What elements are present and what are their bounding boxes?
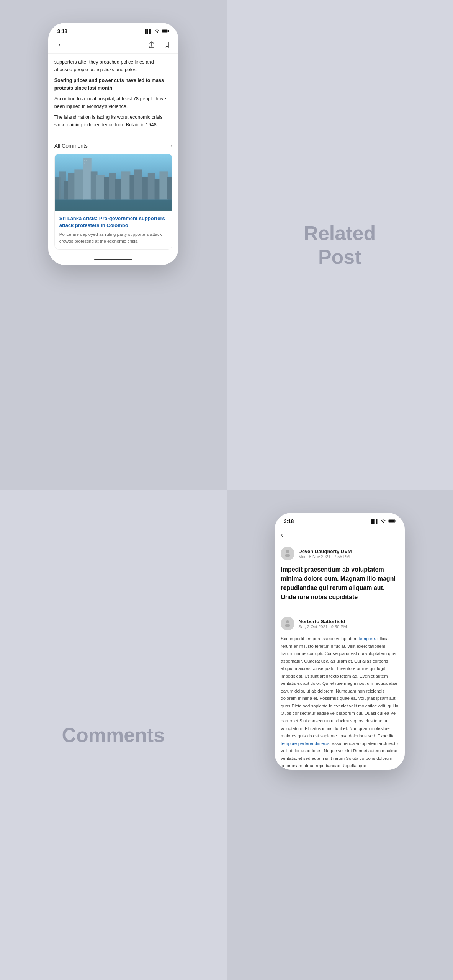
avatar-icon-1 — [283, 549, 292, 559]
article-para-4: The island nation is facing its worst ec… — [54, 113, 172, 129]
comment-author-1: Deven Daugherty DVM Mon, 8 Nov 2021 · 7:… — [275, 544, 405, 565]
time: 3:18 — [57, 28, 67, 34]
wifi-icon-2 — [381, 519, 386, 524]
svg-rect-13 — [96, 175, 105, 199]
comment-nav-bar: ‹ — [275, 526, 405, 544]
all-comments-label: All Comments — [54, 143, 88, 149]
svg-rect-21 — [148, 173, 155, 199]
avatar-icon-2 — [283, 619, 292, 629]
svg-rect-1 — [168, 30, 169, 32]
article-para-1: supporters after they breached police li… — [54, 58, 172, 74]
avatar-1 — [281, 547, 294, 560]
comment-author-2: Norberto Satterfield Sat, 2 Oct 2021 · 9… — [275, 614, 405, 635]
author-info-1: Deven Daugherty DVM Mon, 8 Nov 2021 · 7:… — [298, 549, 352, 559]
quadrant-top-left: 3:18 ▐▌▌ — [0, 0, 227, 490]
phone-frame-bottom-right: 3:18 ▐▌▌ — [275, 513, 405, 770]
author-name-2: Norberto Satterfield — [298, 619, 347, 624]
status-bar-2: 3:18 ▐▌▌ — [275, 513, 405, 526]
comment-divider — [281, 608, 399, 608]
card-desc: Police are deployed as ruling party supp… — [59, 231, 167, 245]
share-button[interactable] — [146, 39, 157, 50]
comment-body-text: Sed impedit tempore saepe voluptatem tem… — [281, 635, 399, 770]
status-icons-2: ▐▌▌ — [370, 519, 396, 524]
author-date-2: Sat, 2 Oct 2021 · 9:50 PM — [298, 624, 347, 629]
signal-icon-2: ▐▌▌ — [370, 519, 379, 524]
svg-point-34 — [285, 624, 290, 627]
related-post-label: RelatedPost — [304, 221, 376, 269]
quadrant-top-right: RelatedPost — [227, 0, 453, 490]
comment-link-1[interactable]: tempore. — [359, 636, 376, 641]
author-date-1: Mon, 8 Nov 2021 · 7:55 PM — [298, 554, 352, 559]
status-bar: 3:18 ▐▌▌ — [48, 23, 178, 36]
card-image — [55, 154, 172, 211]
svg-point-32 — [285, 554, 290, 557]
back-button-2[interactable]: ‹ — [281, 531, 283, 539]
phone-frame-top-left: 3:18 ▐▌▌ — [48, 23, 178, 265]
svg-rect-27 — [84, 163, 85, 164]
time-2: 3:18 — [284, 518, 294, 524]
article-para-3: According to a local hospital, at least … — [54, 95, 172, 110]
card-body: Sri Lanka crisis: Pro-government support… — [55, 211, 172, 249]
svg-rect-26 — [86, 160, 87, 161]
signal-icon: ▐▌▌ — [143, 29, 152, 34]
svg-rect-8 — [68, 173, 75, 199]
wifi-icon — [154, 29, 160, 34]
card-title: Sri Lanka crisis: Pro-government support… — [59, 215, 167, 229]
svg-rect-19 — [134, 169, 142, 199]
svg-rect-25 — [84, 160, 85, 161]
comment-body: Sed impedit tempore saepe voluptatem tem… — [275, 635, 405, 770]
status-icons: ▐▌▌ — [143, 29, 169, 34]
nav-bar: ‹ — [48, 36, 178, 54]
author-info-2: Norberto Satterfield Sat, 2 Oct 2021 · 9… — [298, 619, 347, 629]
battery-icon-2 — [388, 519, 396, 524]
nav-icons-right — [146, 39, 172, 50]
home-indicator — [48, 256, 178, 265]
battery-icon — [162, 29, 169, 34]
comments-label-large: Comments — [62, 723, 165, 747]
svg-point-33 — [286, 620, 289, 623]
chevron-right-icon: › — [170, 143, 172, 149]
svg-rect-9 — [74, 169, 84, 199]
article-content: supporters after they breached police li… — [48, 54, 178, 136]
back-button[interactable]: ‹ — [54, 39, 65, 50]
comment-post-title: Impedit praesentium ab voluptatem minima… — [275, 565, 405, 608]
svg-rect-2 — [162, 29, 167, 32]
quadrant-bottom-left: Comments — [0, 490, 227, 980]
bookmark-button[interactable] — [162, 39, 172, 50]
phone-screen-bottom-right: 3:18 ▐▌▌ — [275, 513, 405, 770]
svg-rect-20 — [142, 177, 149, 199]
phone-screen-top-left: 3:18 ▐▌▌ — [48, 23, 178, 265]
svg-point-31 — [286, 550, 289, 553]
svg-rect-14 — [104, 177, 110, 199]
svg-rect-23 — [159, 171, 168, 199]
related-post-card[interactable]: Sri Lanka crisis: Pro-government support… — [54, 154, 172, 250]
article-para-2: Soaring prices and power cuts have led t… — [54, 77, 172, 92]
home-bar — [94, 259, 132, 260]
svg-rect-4 — [55, 199, 172, 211]
svg-rect-24 — [167, 177, 172, 199]
quadrant-bottom-right: 3:18 ▐▌▌ — [227, 490, 453, 980]
author-name-1: Deven Daugherty DVM — [298, 549, 352, 554]
svg-rect-17 — [121, 171, 130, 199]
svg-rect-10 — [83, 158, 92, 200]
svg-rect-22 — [154, 179, 160, 199]
avatar-2 — [281, 617, 294, 630]
all-comments-row[interactable]: All Comments › — [48, 138, 178, 154]
comment-link-2[interactable]: tempore perferendis eius. — [281, 741, 330, 746]
svg-rect-29 — [395, 520, 396, 522]
svg-rect-30 — [389, 519, 394, 522]
